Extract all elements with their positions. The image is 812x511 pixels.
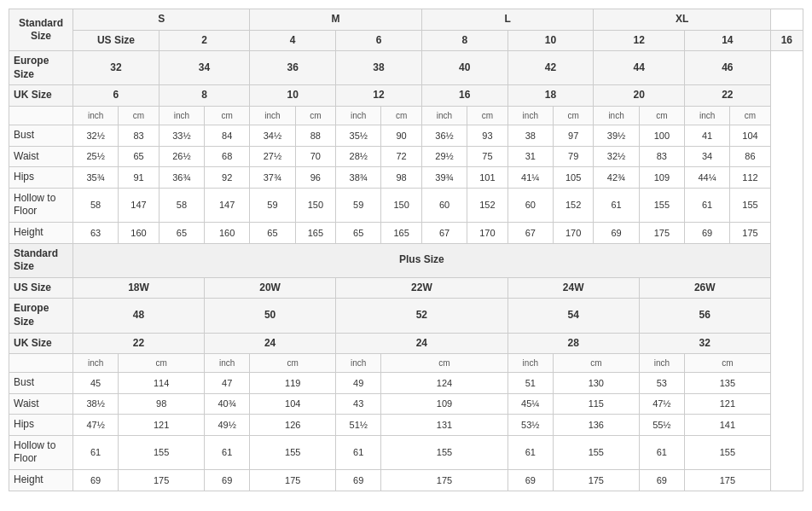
bust-6-cm: 100 [639,125,684,146]
plus-bust-0-inch: 45 [73,373,119,394]
plus-unit-cm-1: cm [119,354,205,373]
plus-hips-0-inch: 47½ [73,415,119,436]
plus-bust-2-inch: 49 [336,373,381,394]
eu-36: 36 [250,51,336,85]
plus-waist-label: Waist [9,393,73,415]
uk-20: 20 [594,85,685,107]
plus-bust-2-cm: 124 [381,373,508,394]
uk-size-row: UK Size 6 8 10 12 16 18 20 22 [9,85,803,107]
hollow-2-cm: 150 [295,188,336,222]
hollow-5-inch: 60 [508,188,553,222]
hips-7-cm: 112 [730,167,771,189]
plus-uk-28: 28 [508,333,639,354]
unit-inch-3: inch [250,106,295,125]
plus-height-2-inch: 69 [336,470,381,491]
empty-unit-cell [9,106,73,125]
bust-7-inch: 41 [684,125,729,146]
plus-unit-cm-2: cm [250,354,336,373]
waist-2-inch: 27½ [250,146,295,167]
waist-1-inch: 26½ [159,146,204,167]
eu-38: 38 [336,51,422,85]
bust-5-cm: 97 [553,125,594,146]
hollow-5-cm: 152 [553,188,594,222]
hips-1-inch: 36¾ [159,167,204,189]
uk-6: 6 [73,85,160,107]
height-4-inch: 67 [421,222,467,243]
us-size-label: US Size [73,30,160,51]
plus-hollow-row: Hollow to Floor 61 155 61 155 61 155 61 … [9,435,803,469]
hollow-0-cm: 147 [119,188,160,222]
height-3-inch: 65 [336,222,381,243]
plus-size-divider-row: Standard Size Plus Size [9,243,803,277]
s-size-header: S [73,9,250,31]
us-6: 6 [336,30,422,51]
bust-4-cm: 93 [467,125,508,146]
us-2: 2 [159,30,250,51]
plus-uk-22: 22 [73,333,205,354]
plus-us-label: US Size [9,277,73,299]
hollow-label: Hollow toFloor [9,188,73,222]
waist-0-inch: 25½ [73,146,119,167]
plus-us-26w: 26W [639,277,770,299]
plus-unit-inch-5: inch [639,354,684,373]
plus-hollow-0-cm: 155 [119,435,205,469]
height-5-cm: 170 [553,222,594,243]
uk-12: 12 [336,85,422,107]
l-size-header: L [421,9,594,31]
hips-1-cm: 92 [205,167,250,189]
height-row: Height 63 160 65 160 65 165 65 165 67 17… [9,222,803,243]
plus-uk-label: UK Size [9,333,73,354]
eu-34: 34 [159,51,250,85]
bust-7-cm: 104 [730,125,771,146]
plus-bust-1-cm: 119 [250,373,336,394]
plus-unit-inch-2: inch [205,354,250,373]
waist-5-inch: 31 [508,146,553,167]
plus-europe-size-row: Europe Size 48 50 52 54 56 [9,299,803,333]
plus-waist-row: Waist 38½ 98 40¾ 104 43 109 45¼ 115 47½ … [9,393,803,415]
height-2-inch: 65 [250,222,295,243]
plus-height-0-inch: 69 [73,470,119,491]
plus-hollow-2-inch: 61 [336,435,381,469]
unit-cm-5: cm [467,106,508,125]
unit-inch-1: inch [73,106,119,125]
xl-size-header: XL [594,9,770,31]
hips-2-cm: 96 [295,167,336,189]
plus-height-3-cm: 175 [553,470,639,491]
height-6-cm: 175 [639,222,684,243]
plus-waist-3-cm: 115 [553,393,639,415]
m-size-header: M [250,9,422,31]
plus-waist-0-inch: 38½ [73,393,119,415]
plus-us-20w: 20W [205,277,336,299]
height-label: Height [9,222,73,243]
us-10: 10 [508,30,594,51]
hollow-row: Hollow toFloor 58 147 58 147 59 150 59 1… [9,188,803,222]
plus-height-4-cm: 175 [684,470,770,491]
waist-7-cm: 86 [730,146,771,167]
hips-3-cm: 98 [381,167,422,189]
plus-bust-1-inch: 47 [205,373,250,394]
hips-4-inch: 39¾ [421,167,467,189]
plus-bust-row: Bust 45 114 47 119 49 124 51 130 53 135 [9,373,803,394]
bust-2-inch: 34½ [250,125,295,146]
eu-44: 44 [594,51,685,85]
hollow-4-cm: 152 [467,188,508,222]
uk-10: 10 [250,85,336,107]
plus-unit-cm-3: cm [381,354,508,373]
plus-hollow-3-inch: 61 [508,435,553,469]
plus-hollow-0-inch: 61 [73,435,119,469]
plus-waist-3-inch: 45¼ [508,393,553,415]
waist-3-inch: 28½ [336,146,381,167]
unit-cm-4: cm [381,106,422,125]
plus-unit-cm-5: cm [684,354,770,373]
unit-inch-6: inch [508,106,553,125]
waist-row: Waist 25½ 65 26½ 68 27½ 70 28½ 72 29½ 75… [9,146,803,167]
plus-waist-0-cm: 98 [119,393,205,415]
plus-hips-0-cm: 121 [119,415,205,436]
waist-label: Waist [9,146,73,167]
plus-waist-2-cm: 109 [381,393,508,415]
plus-us-size-row: US Size 18W 20W 22W 24W 26W [9,277,803,299]
plus-us-24w: 24W [508,277,639,299]
size-chart-table: Standard Size S M L XL US Size 2 4 6 8 1… [9,9,803,491]
waist-6-cm: 83 [639,146,684,167]
height-7-inch: 69 [684,222,729,243]
